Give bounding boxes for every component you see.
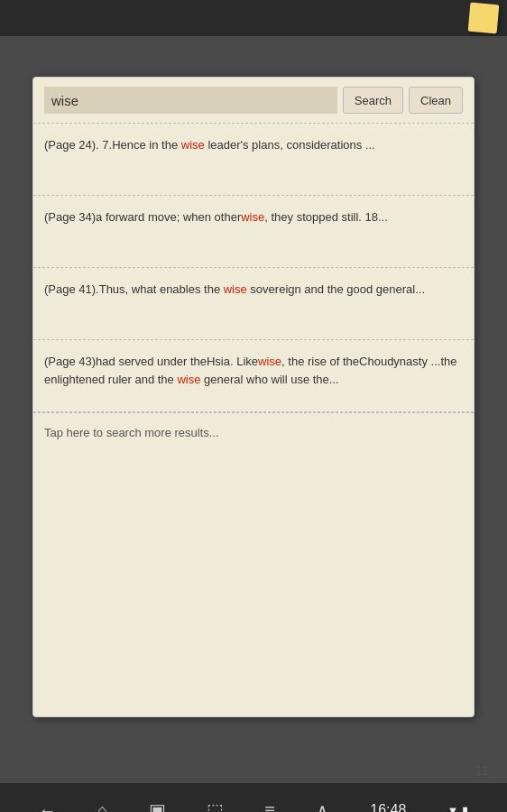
highlight-1: wise [181,138,205,152]
highlight-4a: wise [258,355,281,368]
result-item[interactable]: (Page 43)had served under theHsia. Likew… [33,340,474,412]
up-icon[interactable]: ∧ [316,799,329,812]
result-text-3: sovereign and the good general... [247,282,425,296]
page-number: 11 [475,763,489,778]
result-item[interactable]: (Page 24). 7.Hence in the wise leader's … [33,124,474,196]
time-display: 16:48 [370,802,406,812]
result-text-4b: general who will use the... [200,373,338,386]
bottom-bar: ← ⌂ ▣ ⬚ ≡ ∧ 16:48 ▼ ▮ [0,783,507,812]
recent-apps-icon[interactable]: ▣ [149,799,166,812]
page-number-area: 11 [0,758,507,783]
clean-button[interactable]: Clean [409,87,463,114]
menu-icon[interactable]: ≡ [264,800,275,813]
signal-icon: ▼ [447,804,458,813]
search-button[interactable]: Search [343,87,403,114]
tap-more[interactable]: Tap here to search more results... [33,412,474,452]
sticky-note-icon[interactable] [468,3,500,34]
highlight-3: wise [224,282,247,296]
highlight-4b: wise [177,373,200,386]
screenshot-icon[interactable]: ⬚ [207,799,224,812]
result-text-1: leader's plans, considerations ... [205,138,375,152]
main-area: Search Clean (Page 24). 7.Hence in the w… [0,36,507,758]
result-item[interactable]: (Page 34)a forward move; when otherwise,… [33,196,474,268]
status-icons: ▼ ▮ [447,804,468,813]
top-bar [0,0,507,36]
battery-icon: ▮ [462,804,468,813]
result-item[interactable]: (Page 41).Thus, what enables the wise so… [33,268,474,340]
search-bar: Search Clean [33,78,474,124]
page-ref-4: (Page 43)had served under theHsia. Like [44,355,258,368]
highlight-2: wise [241,210,264,224]
page-container: Search Clean (Page 24). 7.Hence in the w… [32,77,475,717]
home-icon[interactable]: ⌂ [97,800,108,813]
back-icon[interactable]: ← [39,800,57,813]
page-ref-3: (Page 41).Thus, what enables the [44,282,224,296]
result-text-2: , they stopped still. 18... [264,210,388,224]
results-area: (Page 24). 7.Hence in the wise leader's … [33,124,474,716]
search-input[interactable] [44,87,337,114]
page-ref-1: (Page 24). 7.Hence in the [44,138,181,152]
page-ref-2: (Page 34)a forward move; when other [44,210,241,224]
